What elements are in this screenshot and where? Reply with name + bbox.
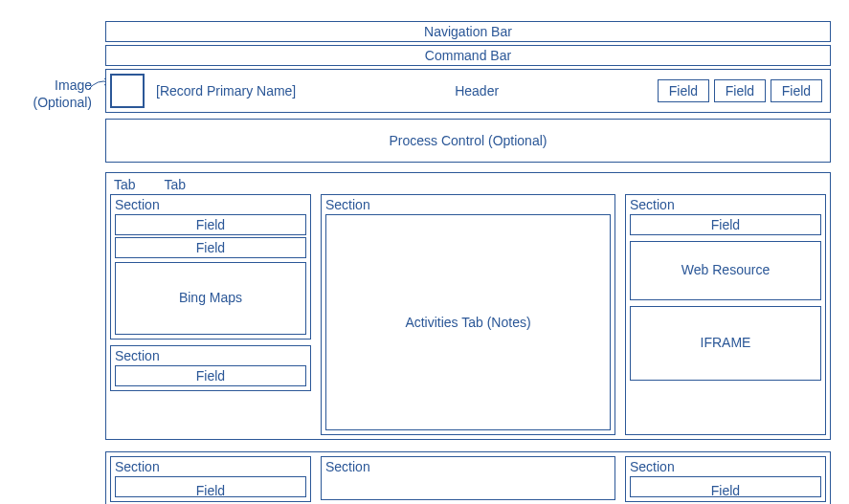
section-title: Section bbox=[630, 197, 821, 212]
section: Section Field bbox=[625, 456, 826, 502]
field: Field bbox=[630, 476, 821, 497]
annotation-image-optional: Image (Optional) bbox=[8, 77, 92, 111]
tab[interactable]: Tab bbox=[165, 177, 187, 192]
header-label: Header bbox=[303, 83, 650, 99]
section: Section Field bbox=[110, 345, 311, 391]
field: Field bbox=[115, 237, 306, 258]
section-title: Section bbox=[115, 197, 306, 212]
field: Field bbox=[115, 214, 306, 235]
section-title: Section bbox=[115, 459, 306, 474]
section-title: Section bbox=[325, 459, 611, 474]
section: Section Activities Tab (Notes) bbox=[321, 194, 615, 435]
process-control: Process Control (Optional) bbox=[105, 119, 831, 163]
tab-content-area: Tab Tab Section Field Field Bing Maps Se… bbox=[105, 172, 831, 440]
annotation-line1: Image bbox=[8, 77, 92, 94]
section: Section Field Field Bing Maps bbox=[110, 194, 311, 340]
form-header: [Record Primary Name] Header Field Field… bbox=[105, 69, 831, 113]
activities-label: Activities Tab (Notes) bbox=[405, 315, 530, 330]
header-field: Field bbox=[714, 79, 766, 102]
section-title: Section bbox=[630, 459, 821, 474]
bing-maps-control: Bing Maps bbox=[115, 262, 306, 335]
section-title: Section bbox=[325, 197, 611, 212]
header-fields: Field Field Field bbox=[658, 79, 822, 102]
record-image-placeholder bbox=[110, 74, 145, 108]
section: Section Field bbox=[110, 456, 311, 502]
command-bar: Command Bar bbox=[105, 45, 831, 66]
web-resource: Web Resource bbox=[630, 241, 821, 300]
tab-content-area-2: Section Field Section Section Field bbox=[105, 451, 831, 504]
header-field: Field bbox=[658, 79, 709, 102]
field: Field bbox=[115, 476, 306, 497]
section-title: Section bbox=[115, 348, 306, 363]
record-primary-name: [Record Primary Name] bbox=[156, 83, 296, 99]
iframe-control: IFRAME bbox=[630, 306, 821, 381]
navigation-bar: Navigation Bar bbox=[105, 21, 831, 42]
section: Section Field Web Resource IFRAME bbox=[625, 194, 826, 435]
activities-tab: Activities Tab (Notes) bbox=[325, 214, 611, 430]
header-field: Field bbox=[771, 79, 822, 102]
tab[interactable]: Tab bbox=[114, 177, 136, 192]
field: Field bbox=[630, 214, 821, 235]
annotation-line2: (Optional) bbox=[8, 94, 92, 111]
section: Section bbox=[321, 456, 615, 500]
tab-strip: Tab Tab bbox=[110, 177, 826, 194]
field: Field bbox=[115, 365, 306, 386]
